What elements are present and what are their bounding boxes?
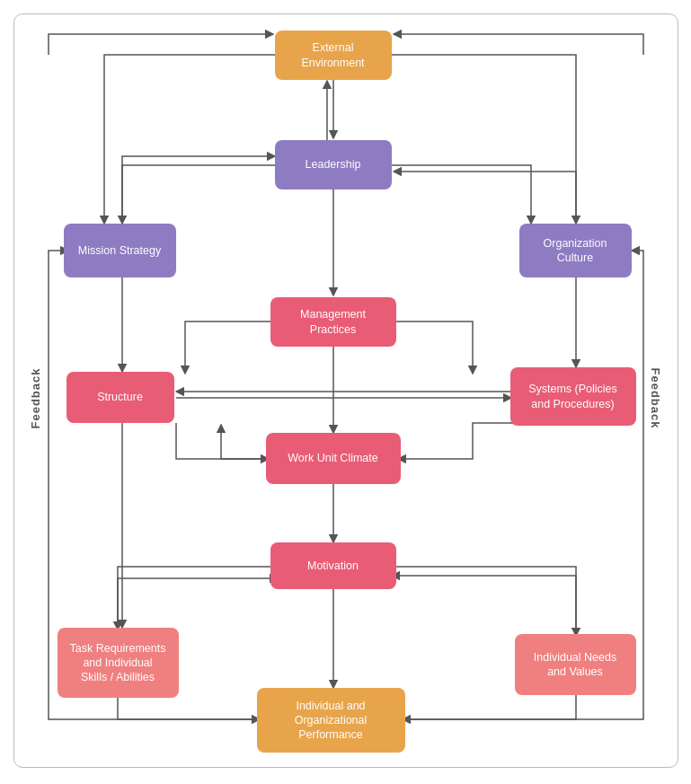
node-structure: Structure [66,372,174,423]
feedback-label-right: Feedback [649,368,662,429]
diagram-container: Feedback Feedback [13,13,678,768]
node-systems: Systems (Policiesand Procedures) [510,367,636,426]
node-workunit: Work Unit Climate [266,433,401,484]
node-external: ExternalEnvironment [275,31,392,80]
node-mission: Mission Strategy [64,224,176,277]
node-management: ManagementPractices [270,297,396,347]
node-performance: Individual andOrganizationalPerformance [257,688,405,753]
node-leadership: Leadership [275,140,392,189]
node-individual: Individual Needsand Values [515,634,636,695]
node-task: Task Requirementsand IndividualSkills / … [58,628,179,698]
node-motivation: Motivation [270,542,396,589]
feedback-label-left: Feedback [29,368,42,429]
node-orgculture: OrganizationCulture [519,224,632,277]
